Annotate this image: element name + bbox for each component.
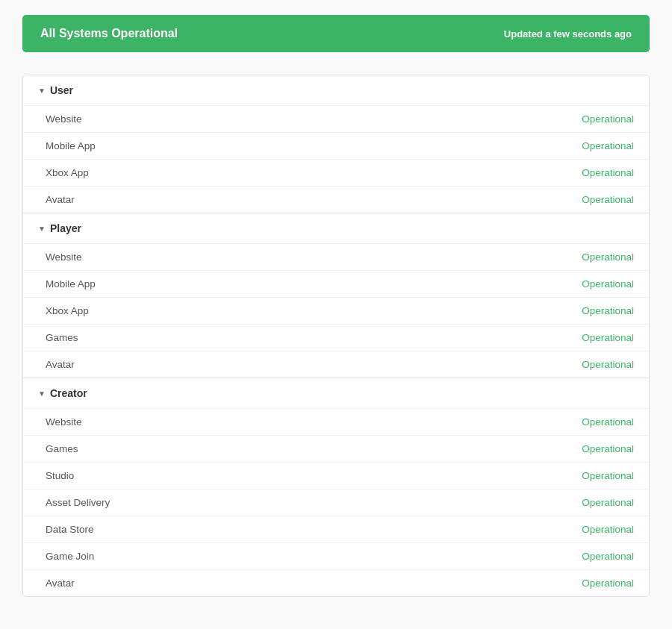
item-name: Website xyxy=(46,251,82,263)
list-item: GamesOperational xyxy=(23,324,649,351)
list-item: WebsiteOperational xyxy=(23,243,649,270)
item-status: Operational xyxy=(582,551,634,562)
item-name: Games xyxy=(46,332,78,343)
chevron-icon: ▼ xyxy=(38,225,46,233)
item-status: Operational xyxy=(582,443,634,454)
list-item: Xbox AppOperational xyxy=(23,297,649,324)
item-name: Games xyxy=(46,443,78,454)
section-label: Creator xyxy=(50,387,87,399)
item-name: Website xyxy=(46,416,82,428)
item-status: Operational xyxy=(582,578,634,589)
list-item: GamesOperational xyxy=(23,435,649,462)
chevron-icon: ▼ xyxy=(38,87,46,95)
item-status: Operational xyxy=(582,359,634,370)
section-header-user[interactable]: ▼User xyxy=(23,75,649,105)
item-status: Operational xyxy=(582,251,634,263)
section-creator: ▼CreatorWebsiteOperationalGamesOperation… xyxy=(23,378,649,596)
item-name: Mobile App xyxy=(46,278,96,290)
item-name: Asset Delivery xyxy=(46,497,110,508)
list-item: Game JoinOperational xyxy=(23,542,649,569)
section-user: ▼UserWebsiteOperationalMobile AppOperati… xyxy=(23,75,649,213)
systems-container: ▼UserWebsiteOperationalMobile AppOperati… xyxy=(22,75,650,597)
item-status: Operational xyxy=(582,167,634,178)
list-item: AvatarOperational xyxy=(23,186,649,213)
list-item: AvatarOperational xyxy=(23,351,649,378)
item-name: Studio xyxy=(46,470,74,481)
list-item: StudioOperational xyxy=(23,462,649,489)
item-status: Operational xyxy=(582,278,634,290)
section-header-player[interactable]: ▼Player xyxy=(23,213,649,243)
status-banner: All Systems Operational Updated a few se… xyxy=(22,15,650,52)
item-status: Operational xyxy=(582,524,634,535)
item-status: Operational xyxy=(582,497,634,508)
status-banner-updated: Updated a few seconds ago xyxy=(504,28,632,40)
item-name: Avatar xyxy=(46,578,75,589)
item-status: Operational xyxy=(582,194,634,205)
item-status: Operational xyxy=(582,140,634,151)
item-status: Operational xyxy=(582,416,634,428)
list-item: AvatarOperational xyxy=(23,569,649,596)
list-item: Mobile AppOperational xyxy=(23,270,649,297)
section-header-creator[interactable]: ▼Creator xyxy=(23,378,649,408)
item-name: Avatar xyxy=(46,194,75,205)
list-item: Mobile AppOperational xyxy=(23,132,649,159)
section-player: ▼PlayerWebsiteOperationalMobile AppOpera… xyxy=(23,213,649,378)
list-item: Data StoreOperational xyxy=(23,516,649,542)
item-name: Website xyxy=(46,113,82,125)
list-item: Xbox AppOperational xyxy=(23,159,649,186)
section-label: Player xyxy=(50,222,81,234)
item-status: Operational xyxy=(582,113,634,125)
item-name: Game Join xyxy=(46,551,94,562)
list-item: WebsiteOperational xyxy=(23,105,649,132)
item-status: Operational xyxy=(582,332,634,343)
item-name: Mobile App xyxy=(46,140,96,151)
chevron-icon: ▼ xyxy=(38,389,46,398)
item-name: Xbox App xyxy=(46,305,89,316)
section-label: User xyxy=(50,84,73,96)
item-status: Operational xyxy=(582,470,634,481)
item-name: Avatar xyxy=(46,359,75,370)
list-item: Asset DeliveryOperational xyxy=(23,489,649,516)
list-item: WebsiteOperational xyxy=(23,408,649,435)
status-banner-title: All Systems Operational xyxy=(40,27,178,40)
item-status: Operational xyxy=(582,305,634,316)
item-name: Xbox App xyxy=(46,167,89,178)
item-name: Data Store xyxy=(46,524,94,535)
